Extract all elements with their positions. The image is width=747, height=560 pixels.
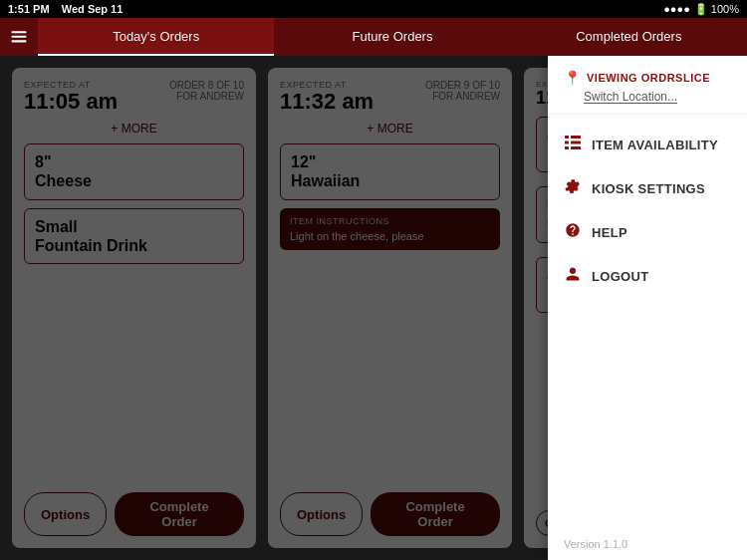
svg-rect-0 — [12, 31, 27, 33]
order-header-1: EXPECTED AT 11:05 am ORDER 8 OF 10 FOR A… — [24, 80, 244, 114]
dropdown-panel: 📍 VIEWING ORDRSLICE Switch Location... — [548, 56, 747, 560]
dropdown-menu-items: ITEM AVAILABILITY KIOSK SETTINGS HELP — [548, 115, 747, 528]
order-expected-1: EXPECTED AT 11:05 am — [24, 80, 118, 114]
menu-item-help[interactable]: HELP — [548, 210, 747, 254]
kiosk-settings-label: KIOSK SETTINGS — [592, 181, 705, 196]
logout-label: LOGOUT — [592, 269, 648, 284]
svg-rect-3 — [565, 136, 569, 139]
complete-order-button-1[interactable]: Complete Order — [115, 492, 244, 536]
switch-location-link[interactable]: Switch Location... — [564, 90, 731, 104]
logo-icon — [9, 27, 29, 47]
signal-icon: ●●●● — [663, 3, 690, 15]
menu-item-kiosk-settings[interactable]: KIOSK SETTINGS — [548, 166, 747, 210]
battery-label: 🔋 100% — [694, 3, 739, 16]
tab-today-orders[interactable]: Today's Orders — [38, 18, 274, 56]
location-icon: 📍 — [564, 70, 581, 86]
order-actions-2: Options Complete Order — [280, 492, 500, 536]
viewing-row: 📍 VIEWING ORDRSLICE — [564, 70, 731, 86]
status-time: 1:51 PM — [8, 3, 50, 15]
order-item-1-1: SmallFountain Drink — [24, 208, 244, 264]
complete-order-button-2[interactable]: Complete Order — [371, 492, 500, 536]
order-meta-1: ORDER 8 OF 10 FOR ANDREW — [169, 80, 244, 102]
svg-rect-1 — [12, 36, 27, 38]
options-button-2[interactable]: Options — [280, 492, 363, 536]
status-time-date: 1:51 PM Wed Sep 11 — [8, 3, 123, 15]
order-card-1: EXPECTED AT 11:05 am ORDER 8 OF 10 FOR A… — [12, 68, 256, 548]
options-button-1[interactable]: Options — [24, 492, 107, 536]
svg-rect-4 — [571, 136, 581, 139]
menu-item-logout[interactable]: LOGOUT — [548, 254, 747, 298]
list-icon — [564, 135, 582, 154]
app-logo — [0, 18, 38, 56]
tab-completed-orders[interactable]: Completed Orders — [511, 18, 747, 56]
header: Today's Orders Future Orders Completed O… — [0, 18, 747, 56]
version-label: Version 1.1.0 — [548, 528, 747, 560]
order-meta-2: ORDER 9 OF 10 FOR ANDREW — [425, 80, 500, 102]
menu-item-item-availability[interactable]: ITEM AVAILABILITY — [548, 123, 747, 166]
order-header-2: EXPECTED AT 11:32 am ORDER 9 OF 10 FOR A… — [280, 80, 500, 114]
svg-rect-7 — [565, 146, 569, 149]
status-bar: 1:51 PM Wed Sep 11 ●●●● 🔋 100% — [0, 0, 747, 18]
gear-icon — [564, 178, 582, 198]
item-availability-label: ITEM AVAILABILITY — [592, 138, 718, 152]
svg-rect-6 — [571, 141, 581, 144]
question-icon — [564, 222, 582, 242]
order-actions-1: Options Complete Order — [24, 492, 244, 536]
more-link-2[interactable]: + MORE — [280, 122, 500, 136]
viewing-label: VIEWING ORDRSLICE — [587, 72, 710, 84]
order-card-2: EXPECTED AT 11:32 am ORDER 9 OF 10 FOR A… — [268, 68, 512, 548]
item-instructions-2: ITEM INSTRUCTIONS Light on the cheese, p… — [280, 208, 500, 250]
svg-rect-8 — [571, 146, 581, 149]
dropdown-header: 📍 VIEWING ORDRSLICE Switch Location... — [548, 56, 747, 115]
main-content: EXPECTED AT 11:05 am ORDER 8 OF 10 FOR A… — [0, 56, 747, 560]
status-date: Wed Sep 11 — [62, 3, 124, 15]
order-item-2-0: 12"Hawaiian — [280, 143, 500, 199]
person-icon — [564, 266, 582, 286]
svg-rect-5 — [565, 141, 569, 144]
svg-rect-2 — [12, 40, 27, 42]
more-link-1[interactable]: + MORE — [24, 122, 244, 136]
tab-future-orders[interactable]: Future Orders — [274, 18, 510, 56]
order-expected-2: EXPECTED AT 11:32 am — [280, 80, 374, 114]
help-label: HELP — [592, 225, 627, 240]
order-item-1-0: 8"Cheese — [24, 143, 244, 199]
status-indicators: ●●●● 🔋 100% — [663, 3, 739, 16]
